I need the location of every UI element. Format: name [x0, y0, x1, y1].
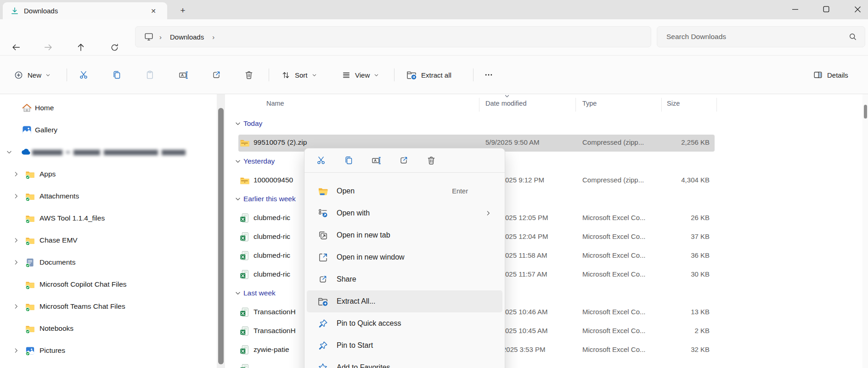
- this-pc-monitor-icon[interactable]: [144, 32, 154, 42]
- tab-close-icon[interactable]: ✕: [148, 6, 159, 17]
- column-header-size[interactable]: Size: [667, 100, 680, 107]
- delete-button[interactable]: [421, 152, 441, 169]
- menu-item-label: Open with: [337, 209, 485, 217]
- column-header-date-modified[interactable]: Date modified: [485, 100, 526, 107]
- menu-item-open-with[interactable]: Open with: [307, 202, 502, 224]
- view-button[interactable]: View: [336, 64, 384, 86]
- breadcrumb-chevron-icon: ›: [207, 33, 220, 41]
- details-pane-button[interactable]: Details: [807, 64, 854, 86]
- sidebar-item-label-redacted: [32, 149, 186, 156]
- zip-file-icon: [239, 175, 250, 186]
- file-size: 2 KB: [634, 327, 710, 334]
- sidebar-item-notebooks[interactable]: Notebooks: [0, 319, 212, 338]
- chevron-right-icon[interactable]: [13, 259, 19, 266]
- file-size: 37 KB: [634, 232, 710, 240]
- chevron-down-icon[interactable]: [6, 149, 12, 155]
- file-date-modified: 025 12:04 PM: [505, 232, 548, 240]
- file-name: clubmed-ric: [254, 232, 290, 241]
- file-size: 26 KB: [634, 214, 710, 221]
- back-button[interactable]: [7, 39, 25, 56]
- menu-item-share[interactable]: Share: [307, 268, 502, 290]
- share-button[interactable]: [206, 66, 226, 84]
- delete-icon: [426, 155, 436, 165]
- sidebar-item-aws-tool-1-1-4-files[interactable]: AWS Tool 1.1.4_files: [0, 209, 212, 228]
- share-button[interactable]: [394, 152, 414, 169]
- file-name: 99510075 (2).zip: [254, 138, 307, 147]
- sidebar-item-apps[interactable]: Apps: [0, 164, 212, 184]
- file-date-modified: 025 10:45 AM: [505, 327, 548, 334]
- details-label: Details: [827, 71, 848, 79]
- window-close-button[interactable]: [847, 0, 868, 18]
- address-bar[interactable]: › Downloads ›: [135, 26, 651, 47]
- search-box[interactable]: [657, 26, 865, 47]
- sort-button[interactable]: Sort: [276, 64, 322, 86]
- breadcrumb-downloads[interactable]: Downloads: [167, 31, 207, 43]
- extract-icon: [317, 295, 329, 307]
- menu-item-open-in-new-window[interactable]: Open in new window: [307, 246, 502, 268]
- documents-sync-icon: [25, 257, 35, 268]
- new-button[interactable]: New: [8, 64, 56, 86]
- copy-button[interactable]: [338, 152, 359, 169]
- search-input[interactable]: [657, 33, 848, 41]
- sidebar-item-attachments[interactable]: Attachments: [0, 187, 212, 206]
- window-minimize-button[interactable]: [784, 0, 806, 18]
- sidebar-item-microsoft-teams-chat-files[interactable]: Microsoft Teams Chat Files: [0, 297, 212, 316]
- delete-button[interactable]: [239, 66, 259, 84]
- details-pane-icon: [813, 70, 823, 80]
- menu-item-pin-to-quick-access[interactable]: Pin to Quick access: [307, 312, 502, 334]
- chevron-right-icon[interactable]: [13, 171, 19, 177]
- group-label: Yesterday: [243, 157, 275, 165]
- rename-button[interactable]: [366, 152, 386, 169]
- menu-item-open[interactable]: OpenEnter: [307, 180, 502, 202]
- menu-item-label: Extract All...: [337, 297, 502, 306]
- new-tab-button[interactable]: +: [176, 4, 189, 17]
- chevron-right-icon[interactable]: [13, 303, 19, 310]
- column-header-type[interactable]: Type: [582, 100, 597, 107]
- command-toolbar: New Sort View Extract all: [0, 55, 868, 94]
- sidebar-item-microsoft-copilot-chat-files[interactable]: Microsoft Copilot Chat Files: [0, 275, 212, 294]
- chevron-right-icon[interactable]: [13, 347, 19, 354]
- rename-icon: [178, 70, 189, 80]
- copy-button[interactable]: [107, 66, 127, 84]
- sidebar-item-pictures[interactable]: Pictures: [0, 341, 212, 360]
- menu-item-open-in-new-tab[interactable]: Open in new tab: [307, 224, 502, 246]
- menu-item-add-to-favorites[interactable]: Add to Favorites: [307, 357, 502, 368]
- up-button[interactable]: [72, 39, 90, 56]
- sidebar-item-label: Gallery: [35, 126, 57, 134]
- context-menu: OpenEnterOpen withOpen in new tabOpen in…: [304, 148, 505, 368]
- sidebar-item-documents[interactable]: Documents: [0, 253, 212, 272]
- sidebar-item-gallery[interactable]: Gallery: [0, 120, 212, 140]
- sidebar-item-label: Pictures: [39, 346, 65, 355]
- sidebar-item-home[interactable]: Home: [0, 98, 212, 118]
- breadcrumb-chevron-icon: ›: [154, 33, 167, 41]
- forward-button[interactable]: [39, 39, 57, 56]
- more-options-button[interactable]: [479, 66, 499, 84]
- cut-button[interactable]: [73, 66, 94, 84]
- search-icon: [848, 32, 857, 41]
- file-name: zywie-patie: [254, 345, 289, 354]
- list-scrollbar-track[interactable]: [862, 94, 868, 368]
- sidebar-item-onedrive[interactable]: [0, 142, 212, 162]
- extract-all-button[interactable]: Extract all: [400, 64, 457, 86]
- tab-downloads[interactable]: Downloads ✕: [3, 2, 167, 19]
- chevron-right-icon[interactable]: [13, 237, 19, 243]
- sidebar-item-label: Documents: [39, 258, 75, 266]
- cut-button[interactable]: [311, 152, 331, 169]
- excel-file-icon: [239, 307, 250, 317]
- window-maximize-button[interactable]: [816, 0, 837, 18]
- list-scrollbar-thumb[interactable]: [864, 105, 867, 119]
- rename-button[interactable]: [173, 66, 193, 84]
- column-header-name[interactable]: Name: [266, 100, 284, 107]
- menu-item-label: Share: [337, 275, 502, 283]
- menu-item-pin-to-start[interactable]: Pin to Start: [307, 334, 502, 357]
- file-size: 2,256 KB: [634, 138, 710, 146]
- folder-sync-icon: [25, 301, 35, 312]
- file-size: 13 KB: [634, 308, 710, 316]
- sidebar-item-chase-emv[interactable]: Chase EMV: [0, 231, 212, 250]
- menu-item-extract-all[interactable]: Extract All...: [307, 290, 502, 312]
- group-header-today[interactable]: Today: [225, 115, 862, 134]
- paste-button[interactable]: [140, 66, 160, 84]
- sidebar-scrollbar-thumb[interactable]: [218, 108, 224, 364]
- refresh-button[interactable]: [106, 39, 123, 56]
- chevron-right-icon[interactable]: [13, 193, 19, 199]
